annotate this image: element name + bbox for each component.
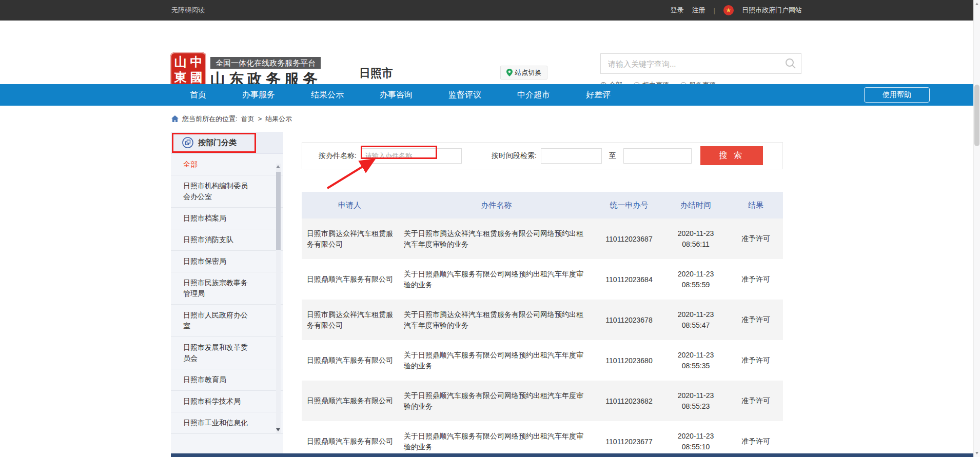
topbar: 无障碍阅读 登录 注册 | ★ 日照市政府门户网站 bbox=[0, 0, 980, 21]
sidebar-item[interactable]: 日照市档案局 bbox=[171, 208, 283, 229]
scroll-up-icon[interactable] bbox=[975, 3, 978, 5]
seal-char: 中 bbox=[188, 54, 204, 70]
apply-id: 110112023682 bbox=[595, 397, 663, 405]
table-row[interactable]: 日照市腾达众祥汽车租赁服务有限公司 关于日照市腾达众祥汽车租赁服务有限公司网络预… bbox=[302, 218, 783, 259]
date-to-input[interactable] bbox=[623, 148, 692, 164]
table-row[interactable]: 日照鼎顺汽车服务有限公司 关于日照鼎顺汽车服务有限公司网络预约出租汽车年度审验的… bbox=[302, 421, 783, 457]
result: 准予许可 bbox=[729, 315, 783, 325]
finish-time: 2020-11-2308:55:35 bbox=[663, 350, 729, 371]
sidebar-item[interactable]: 日照市工业和信息化 bbox=[171, 412, 283, 434]
col-finish-time: 办结时间 bbox=[663, 201, 729, 210]
item-name-input[interactable] bbox=[361, 148, 462, 164]
breadcrumb-prefix: 您当前所在的位置: bbox=[182, 114, 238, 124]
search-icon[interactable] bbox=[785, 58, 796, 69]
time-filter-label: 按时间段检索: bbox=[492, 151, 537, 161]
sidebar-title-label: 按部门分类 bbox=[198, 138, 237, 148]
sidebar-item[interactable]: 日照市教育局 bbox=[171, 369, 283, 391]
main-panel: 按办件名称: 按时间段检索: 至 搜 索 bbox=[302, 132, 783, 457]
sidebar-item-all[interactable]: 全部 bbox=[171, 154, 283, 175]
portal-link[interactable]: 日照市政府门户网站 bbox=[742, 6, 802, 15]
breadcrumb-home[interactable]: 首页 bbox=[241, 114, 254, 124]
table-row[interactable]: 日照鼎顺汽车服务有限公司 关于日照鼎顺汽车服务有限公司网络预约出租汽车年度审验的… bbox=[302, 340, 783, 381]
table-row[interactable]: 日照鼎顺汽车服务有限公司 关于日照鼎顺汽车服务有限公司网络预约出租汽车年度审验的… bbox=[302, 259, 783, 300]
item-name: 关于日照鼎顺汽车服务有限公司网络预约出租汽车年度审验的业务 bbox=[404, 390, 586, 412]
site-switch-button[interactable]: 站点切换 bbox=[500, 66, 547, 80]
scroll-down-icon[interactable] bbox=[975, 452, 978, 454]
nav-home[interactable]: 首页 bbox=[190, 90, 206, 101]
filter-bar: 按办件名称: 按时间段检索: 至 搜 索 bbox=[302, 142, 783, 169]
footer-strip bbox=[171, 453, 973, 457]
page: 无障碍阅读 登录 注册 | ★ 日照市政府门户网站 山 中 東 國 全国一体化在… bbox=[0, 0, 980, 457]
main-nav: 首页 办事服务 结果公示 办事咨询 监督评议 中介超市 好差评 使用帮助 bbox=[0, 84, 980, 106]
keyword-search-input[interactable] bbox=[600, 53, 801, 74]
col-result: 结果 bbox=[729, 201, 783, 210]
item-name: 关于日照鼎顺汽车服务有限公司网络预约出租汽车年度审验的业务 bbox=[404, 269, 586, 290]
to-label: 至 bbox=[609, 151, 616, 161]
date-from-input[interactable] bbox=[541, 148, 602, 164]
login-link[interactable]: 登录 bbox=[671, 6, 684, 15]
site-switch-label: 站点切换 bbox=[515, 68, 542, 77]
scrollbar-thumb[interactable] bbox=[276, 172, 281, 250]
apply-id: 110112023680 bbox=[595, 356, 663, 365]
platform-badge: 全国一体化在线政务服务平台 bbox=[210, 57, 321, 69]
scrollbar-thumb[interactable] bbox=[974, 85, 979, 146]
city-name: 日照市 bbox=[359, 66, 393, 81]
sidebar-item[interactable]: 日照市科学技术局 bbox=[171, 391, 283, 412]
name-filter-label: 按办件名称: bbox=[319, 151, 357, 161]
header: 山 中 東 國 全国一体化在线政务服务平台 山东政务服务 日照市 站点切换 全部… bbox=[0, 21, 980, 84]
nav-rating[interactable]: 好差评 bbox=[586, 90, 611, 101]
help-button[interactable]: 使用帮助 bbox=[864, 87, 930, 103]
category-icon bbox=[182, 137, 193, 148]
scroll-down-icon[interactable] bbox=[276, 428, 280, 431]
nav-services[interactable]: 办事服务 bbox=[242, 90, 275, 101]
register-link[interactable]: 注册 bbox=[692, 6, 705, 15]
finish-time: 2020-11-2308:56:11 bbox=[663, 228, 729, 250]
apply-id: 110112023687 bbox=[595, 235, 663, 243]
nav-consult[interactable]: 办事咨询 bbox=[380, 90, 413, 101]
applicant: 日照鼎顺汽车服务有限公司 bbox=[307, 436, 395, 447]
finish-time: 2020-11-2308:55:59 bbox=[663, 269, 729, 290]
results-table: 申请人 办件名称 统一申办号 办结时间 结果 日照市腾达众祥汽车租赁服务有限公司… bbox=[302, 192, 783, 457]
col-apply-id: 统一申办号 bbox=[595, 201, 663, 210]
nav-intermediary[interactable]: 中介超市 bbox=[517, 90, 550, 101]
table-row[interactable]: 日照鼎顺汽车服务有限公司 关于日照鼎顺汽车服务有限公司网络预约出租汽车年度审验的… bbox=[302, 381, 783, 421]
home-icon bbox=[171, 115, 179, 122]
search-button[interactable]: 搜 索 bbox=[700, 146, 763, 165]
accessibility-link[interactable]: 无障碍阅读 bbox=[171, 6, 205, 15]
breadcrumb: 您当前所在的位置: 首页 > 结果公示 bbox=[171, 106, 980, 132]
result: 准予许可 bbox=[729, 396, 783, 406]
sidebar-title: 按部门分类 bbox=[171, 132, 283, 154]
result: 准予许可 bbox=[729, 234, 783, 244]
sidebar-item[interactable]: 日照市民族宗教事务管理局 bbox=[171, 272, 283, 305]
sidebar-scrollbar[interactable] bbox=[276, 164, 281, 433]
applicant: 日照鼎顺汽车服务有限公司 bbox=[307, 355, 395, 366]
topbar-divider: | bbox=[714, 7, 715, 14]
national-emblem-icon: ★ bbox=[723, 5, 734, 15]
applicant: 日照鼎顺汽车服务有限公司 bbox=[307, 274, 395, 285]
applicant: 日照鼎顺汽车服务有限公司 bbox=[307, 395, 395, 406]
sidebar-item[interactable]: 日照市消防支队 bbox=[171, 229, 283, 251]
item-name: 关于日照市腾达众祥汽车租赁服务有限公司网络预约出租汽车年度审验的业务 bbox=[404, 228, 586, 250]
table-row[interactable]: 日照市腾达众祥汽车租赁服务有限公司 关于日照市腾达众祥汽车租赁服务有限公司网络预… bbox=[302, 300, 783, 340]
seal-char: 國 bbox=[188, 70, 204, 85]
sidebar-item[interactable]: 日照市机构编制委员会办公室 bbox=[171, 175, 283, 208]
finish-time: 2020-11-2308:55:23 bbox=[663, 390, 729, 412]
scroll-up-icon[interactable] bbox=[276, 165, 280, 168]
applicant: 日照市腾达众祥汽车租赁服务有限公司 bbox=[307, 228, 395, 250]
shandong-seal-icon: 山 中 東 國 bbox=[170, 52, 206, 87]
col-item-name: 办件名称 bbox=[398, 201, 595, 210]
nav-supervision[interactable]: 监督评议 bbox=[448, 90, 481, 101]
page-scrollbar[interactable] bbox=[973, 0, 980, 457]
sidebar-item[interactable]: 日照市人民政府办公室 bbox=[171, 305, 283, 337]
result: 准予许可 bbox=[729, 437, 783, 446]
finish-time: 2020-11-2308:55:10 bbox=[663, 431, 729, 452]
breadcrumb-current: 结果公示 bbox=[265, 114, 292, 124]
nav-results[interactable]: 结果公示 bbox=[311, 90, 344, 101]
content: 按部门分类 全部 日照市机构编制委员会办公室 日照市档案局 日照市消防支队 日照… bbox=[171, 132, 980, 457]
seal-char: 山 bbox=[172, 54, 188, 70]
breadcrumb-separator: > bbox=[258, 115, 262, 123]
department-sidebar: 按部门分类 全部 日照市机构编制委员会办公室 日照市档案局 日照市消防支队 日照… bbox=[171, 132, 283, 453]
result: 准予许可 bbox=[729, 356, 783, 365]
sidebar-item[interactable]: 日照市保密局 bbox=[171, 251, 283, 272]
sidebar-item[interactable]: 日照市发展和改革委员会 bbox=[171, 337, 283, 369]
